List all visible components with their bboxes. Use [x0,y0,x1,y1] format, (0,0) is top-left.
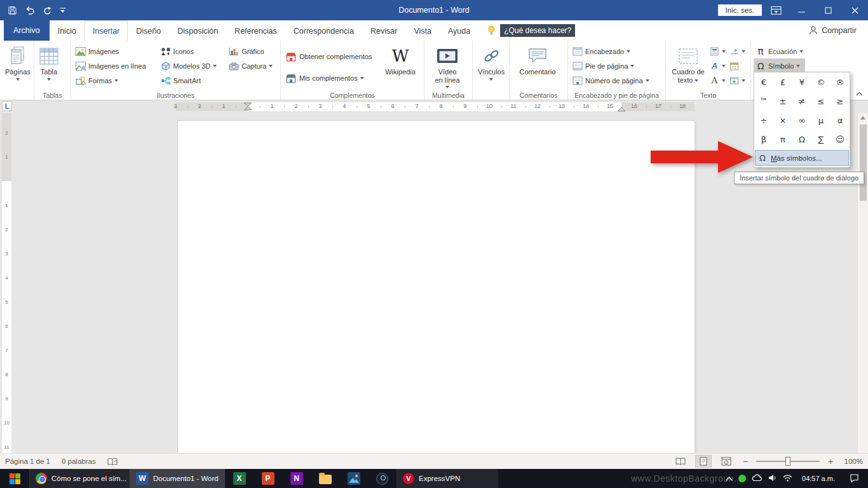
mas-simbolos-menu-item[interactable]: Ω Más símbolos... [755,150,849,166]
scrollbar-thumb[interactable] [860,125,867,201]
document-page[interactable] [178,121,695,453]
first-line-indent-marker[interactable] [243,102,252,111]
tab-insertar[interactable]: Insertar [85,20,128,41]
tray-show-hidden-button[interactable] [726,475,733,482]
obtener-complementos-button[interactable]: Obtener complementos [283,49,380,64]
symbol-cell[interactable]: © [811,72,831,92]
pie-de-pagina-button[interactable]: Pie de página [571,58,651,73]
wikipedia-button[interactable]: W Wikipedia [380,43,421,91]
taskbar-photos[interactable] [339,469,368,488]
zoom-out-button[interactable]: − [741,456,750,466]
zoom-level[interactable]: 100% [841,458,863,465]
symbol-cell[interactable]: ≥ [831,92,850,111]
tell-me-box[interactable]: ¿Qué desea hacer? [487,20,575,41]
word-count[interactable]: 0 palabras [62,458,96,465]
symbol-cell[interactable]: ÷ [754,111,773,130]
customize-quick-access-button[interactable] [60,8,65,13]
collapse-ribbon-button[interactable] [856,90,863,97]
onedrive-tray-icon[interactable] [752,474,763,483]
taskbar-expressvpn-window[interactable]: V ExpressVPN [397,469,498,488]
video-en-linea-button[interactable]: Vídeo en línea [427,43,468,91]
tab-archivo[interactable]: Archivo [4,20,50,41]
sign-in-button[interactable]: Inic. ses. [718,4,762,16]
scroll-up-arrow[interactable] [860,116,865,119]
tab-correspondencia[interactable]: Correspondencia [285,20,362,41]
vpn-status-icon[interactable] [738,475,746,482]
page-indicator[interactable]: Página 1 de 1 [5,458,50,465]
volume-icon[interactable] [768,474,777,483]
captura-button[interactable]: Captura [227,58,278,73]
mis-complementos-button[interactable]: Mis complementos [283,71,380,85]
smartart-button[interactable]: SmartArt [159,73,227,88]
numero-de-pagina-button[interactable]: Número de página [571,73,651,88]
ribbon-display-options-button[interactable] [771,6,782,15]
tab-referencias[interactable]: Referencias [226,20,285,41]
tab-ayuda[interactable]: Ayuda [440,20,478,41]
zoom-in-button[interactable]: + [826,456,835,466]
symbol-cell[interactable]: ☺ [831,130,850,149]
iconos-button[interactable]: Iconos [159,44,227,58]
encabezado-button[interactable]: Encabezado [571,44,651,58]
symbol-cell[interactable]: β [754,130,773,149]
symbol-cell[interactable]: α [831,111,850,130]
formas-button[interactable]: Formas [74,73,159,88]
letra-capital-button[interactable]: A [708,73,728,88]
taskbar-powerpoint[interactable]: P [254,469,282,488]
vinculos-button[interactable]: Vínculos [475,43,507,91]
cuadro-de-texto-button[interactable]: Cuadro de texto [668,43,708,91]
redo-button[interactable] [43,6,52,15]
tab-disposicion[interactable]: Disposición [169,20,226,41]
print-layout-button[interactable] [695,455,712,468]
ecuacion-button[interactable]: π Ecuación [754,44,805,58]
linea-de-firma-button[interactable] [728,44,747,58]
zoom-slider[interactable] [756,456,820,466]
network-icon[interactable] [783,475,792,483]
tab-diseno[interactable]: Diseño [128,20,169,41]
save-button[interactable] [8,6,17,15]
taskbar-browser-window[interactable]: Cómo se pone el sím... [29,469,130,488]
elementos-rapidos-button[interactable] [708,44,728,58]
taskbar-word-window[interactable]: W Documento1 - Word [130,469,225,488]
symbol-cell[interactable]: ∑ [811,130,831,149]
symbol-cell[interactable]: ∞ [792,111,811,130]
tab-vista[interactable]: Vista [405,20,440,41]
tab-inicio[interactable]: Inicio [50,20,85,41]
share-button[interactable]: Compartir [809,20,868,41]
comentario-button[interactable]: Comentario [512,43,563,91]
paginas-button[interactable]: Páginas [3,43,33,91]
taskbar-onenote[interactable]: N [282,469,311,488]
vertical-scrollbar[interactable] [857,113,868,453]
symbol-cell[interactable]: ≠ [792,92,811,111]
wordart-button[interactable]: A [708,58,728,73]
symbol-cell[interactable]: ± [773,92,792,111]
taskbar-steam[interactable] [368,469,397,488]
symbol-cell[interactable]: ¥ [792,72,811,92]
web-layout-button[interactable] [718,455,735,468]
symbol-cell[interactable]: € [754,72,773,92]
taskbar-file-explorer[interactable] [311,469,339,488]
imagenes-button[interactable]: Imágenes [74,44,159,58]
proofing-status[interactable] [107,458,118,466]
close-button[interactable] [841,0,868,20]
minimize-button[interactable] [788,0,815,20]
tab-stop-selector[interactable]: L [2,101,12,111]
symbol-cell[interactable]: ≤ [811,92,831,111]
tab-revisar[interactable]: Revisar [362,20,405,41]
symbol-cell[interactable]: ® [831,72,850,92]
symbol-cell[interactable]: Ω [792,130,811,149]
maximize-button[interactable] [815,0,841,20]
clock[interactable]: 04:57 a.m. [798,475,839,482]
symbol-cell[interactable]: µ [811,111,831,130]
start-button[interactable] [0,469,29,488]
grafico-button[interactable]: Gráfico [227,44,278,58]
tabla-button[interactable]: Tabla [37,43,61,91]
action-center-button[interactable] [844,473,864,484]
symbol-cell[interactable]: £ [773,72,792,92]
symbol-cell[interactable]: π [773,130,792,149]
modelos-3d-button[interactable]: Modelos 3D [159,58,227,73]
simbolo-button[interactable]: Ω Símbolo [754,58,805,73]
undo-button[interactable] [25,6,35,15]
symbol-cell[interactable]: × [773,111,792,130]
symbol-cell[interactable]: ™ [754,92,773,111]
fecha-y-hora-button[interactable] [728,58,747,73]
